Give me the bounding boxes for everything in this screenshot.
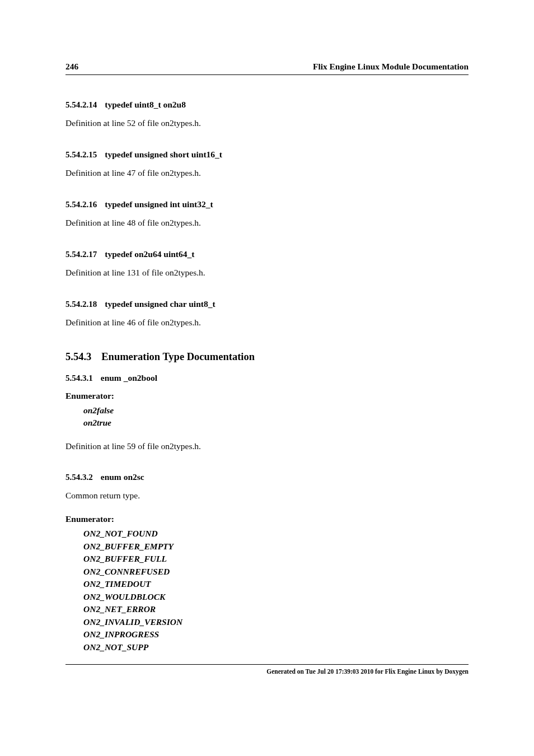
enumerator-item: ON2_CONNREFUSED [83, 566, 469, 578]
section-number: 5.54.3.1 [65, 374, 93, 382]
enumerator-item: on2true [83, 417, 469, 429]
enumerator-item: ON2_INPROGRESS [83, 628, 469, 641]
enumerator-list: ON2_NOT_FOUND ON2_BUFFER_EMPTY ON2_BUFFE… [83, 528, 469, 654]
section-body: Definition at line 59 of file on2types.h… [65, 441, 469, 452]
page-number: 246 [65, 62, 78, 72]
enumerator-item: ON2_BUFFER_EMPTY [83, 540, 469, 553]
section-heading: 5.54.3.2 enum on2sc [65, 472, 469, 482]
section-title: enum on2sc [101, 472, 144, 482]
section-number: 5.54.2.16 [65, 200, 97, 209]
section-number: 5.54.2.15 [65, 150, 97, 159]
enumerator-label: Enumerator: [65, 514, 469, 524]
section-title: typedef unsigned int uint32_t [105, 199, 213, 209]
enumerator-item: on2false [83, 404, 469, 417]
section-body: Definition at line 52 of file on2types.h… [65, 118, 469, 129]
enumerator-item: ON2_TIMEDOUT [83, 578, 469, 590]
section-body: Definition at line 131 of file on2types.… [65, 267, 469, 279]
enumerator-item: ON2_WOULDBLOCK [83, 591, 469, 603]
enumerator-item: ON2_NET_ERROR [83, 603, 469, 615]
enum-section-number: 5.54.3 [65, 351, 91, 362]
section-body: Definition at line 47 of file on2types.h… [65, 167, 469, 179]
section-body: Definition at line 46 of file on2types.h… [65, 317, 469, 329]
section-heading: 5.54.2.17 typedef on2u64 uint64_t [65, 249, 469, 259]
section-title: typedef unsigned char uint8_t [105, 299, 215, 309]
page-footer: Generated on Tue Jul 20 17:39:03 2010 fo… [65, 664, 469, 675]
section-number: 5.54.2.14 [65, 100, 97, 109]
section-heading: 5.54.3.1 enum _on2bool [65, 373, 469, 383]
enumerator-item: ON2_BUFFER_FULL [83, 553, 469, 565]
section-title: typedef on2u64 uint64_t [105, 249, 194, 259]
section-number: 5.54.2.17 [65, 250, 97, 259]
enumerator-item: ON2_NOT_SUPP [83, 641, 469, 654]
enumerator-label: Enumerator: [65, 391, 469, 401]
enum-section-title: Enumeration Type Documentation [101, 351, 255, 362]
page-content: 246 Flix Engine Linux Module Documentati… [0, 0, 534, 687]
enumerator-item: ON2_INVALID_VERSION [83, 616, 469, 628]
section-title: typedef uint8_t on2u8 [105, 100, 186, 109]
section-title: enum _on2bool [101, 373, 157, 382]
section-description: Common return type. [65, 490, 469, 502]
enumerator-list: on2false on2true [83, 404, 469, 430]
page-header: 246 Flix Engine Linux Module Documentati… [65, 62, 469, 75]
section-heading: 5.54.2.18 typedef unsigned char uint8_t [65, 299, 469, 309]
enumerator-item: ON2_NOT_FOUND [83, 528, 469, 540]
section-heading: 5.54.2.15 typedef unsigned short uint16_… [65, 150, 469, 160]
section-heading: 5.54.2.16 typedef unsigned int uint32_t [65, 199, 469, 209]
enum-section-heading: 5.54.3 Enumeration Type Documentation [65, 351, 469, 363]
section-body: Definition at line 48 of file on2types.h… [65, 217, 469, 229]
page-title: Flix Engine Linux Module Documentation [313, 62, 469, 72]
section-title: typedef unsigned short uint16_t [105, 150, 222, 159]
section-number: 5.54.2.18 [65, 300, 97, 309]
section-heading: 5.54.2.14 typedef uint8_t on2u8 [65, 100, 469, 110]
section-number: 5.54.3.2 [65, 473, 93, 482]
